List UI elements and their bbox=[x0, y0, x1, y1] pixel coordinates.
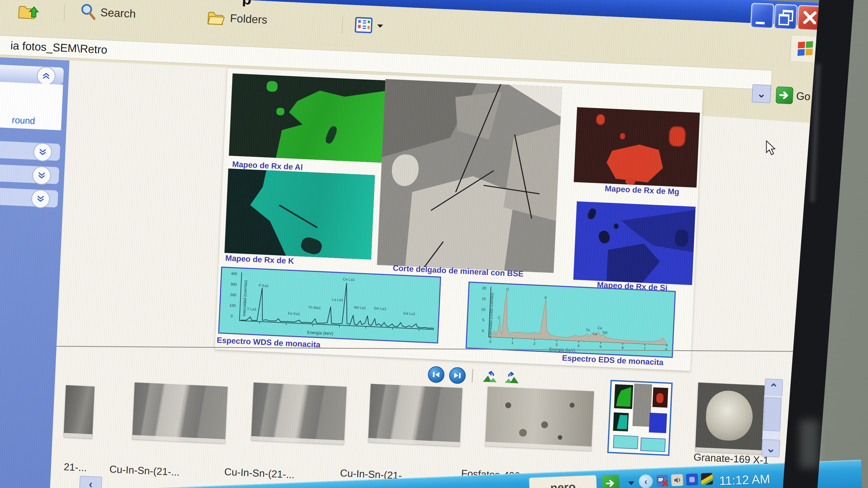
thumbnail-label[interactable]: 21-... bbox=[64, 461, 87, 474]
thumbnail-image[interactable] bbox=[368, 384, 462, 446]
chevron-down-icon bbox=[38, 149, 47, 156]
eds-peak-label: O bbox=[506, 287, 509, 291]
scroll-left-button[interactable]: ‹ bbox=[79, 476, 102, 488]
tray-icon-volume[interactable] bbox=[671, 474, 683, 486]
wds-peak-label: P Ka1 bbox=[258, 283, 269, 288]
eds-peak-label: La bbox=[593, 331, 597, 336]
eds-x-tick: 4 bbox=[577, 344, 580, 348]
bezel-reflection bbox=[800, 420, 818, 468]
wds-peak-label: La La1 bbox=[332, 297, 344, 302]
address-value: ia fotos_SEM\Retro bbox=[10, 39, 107, 56]
wds-peak-label: Ce La1 bbox=[343, 277, 355, 282]
wds-spectrum-plot bbox=[238, 270, 437, 334]
mg-xray-map bbox=[574, 107, 700, 188]
previous-icon bbox=[432, 371, 440, 378]
previous-image-button[interactable] bbox=[428, 366, 445, 383]
photo-scene: p Search bbox=[0, 0, 868, 488]
taskbar-app-button[interactable]: nero bbox=[529, 475, 597, 488]
thumbnail-image[interactable] bbox=[695, 383, 765, 455]
taskbar-green-app-icon[interactable] bbox=[602, 475, 620, 488]
thumbnail-image[interactable] bbox=[64, 385, 95, 438]
eds-y-tick: 10 bbox=[481, 307, 485, 312]
wds-y-tick: 100 bbox=[229, 303, 236, 308]
task-pane-body: round bbox=[0, 82, 63, 130]
thumbnail-image[interactable] bbox=[485, 387, 594, 451]
eds-x-tick: 6 bbox=[621, 346, 624, 350]
wds-y-tick: 200 bbox=[230, 293, 237, 297]
bse-image bbox=[377, 79, 562, 273]
eds-y-tick: 0 bbox=[482, 328, 484, 333]
up-folder-button[interactable] bbox=[17, 0, 40, 22]
thumbnail-image[interactable] bbox=[251, 383, 347, 445]
thumbnail-image-selected[interactable] bbox=[607, 380, 673, 456]
k-xray-map bbox=[224, 168, 375, 260]
restore-button[interactable] bbox=[774, 4, 798, 30]
rotate-clockwise-button[interactable] bbox=[504, 371, 520, 385]
thumbnail-label[interactable]: Cu-In-Sn-(21-... bbox=[109, 463, 180, 478]
controls-separator bbox=[472, 369, 473, 382]
si-xray-map bbox=[574, 201, 696, 285]
eds-peak-label: C bbox=[498, 315, 501, 320]
wds-y-tick: 300 bbox=[230, 282, 237, 287]
views-dropdown-icon bbox=[376, 23, 384, 29]
eds-y-tick: 20 bbox=[482, 286, 486, 291]
rotate-counterclockwise-icon bbox=[483, 370, 498, 384]
chevron-down-icon bbox=[36, 195, 45, 202]
search-icon bbox=[79, 3, 96, 21]
go-button[interactable] bbox=[776, 86, 794, 104]
folders-button[interactable]: Folders bbox=[207, 8, 268, 29]
taskbar-clock[interactable]: 11:12 AM bbox=[719, 471, 770, 488]
up-folder-icon bbox=[17, 0, 40, 22]
mouse-cursor bbox=[766, 140, 778, 157]
tray-icon-app[interactable] bbox=[686, 474, 698, 486]
views-button[interactable] bbox=[354, 17, 384, 34]
monitor-screen: p Search bbox=[0, 0, 836, 488]
eds-peak-label: Nd bbox=[602, 330, 608, 335]
wds-peak-label: Y La1 bbox=[247, 307, 257, 312]
minimize-button[interactable] bbox=[750, 3, 774, 29]
speaker-icon bbox=[673, 476, 681, 484]
wds-peak-label: Nd La1 bbox=[354, 305, 366, 310]
eds-y-tick: 5 bbox=[482, 318, 485, 322]
chevron-down-icon bbox=[37, 172, 46, 179]
scrollbar-thumb[interactable] bbox=[763, 397, 782, 431]
eds-x-tick: 5 bbox=[599, 345, 602, 349]
al-xray-map bbox=[229, 73, 389, 163]
tray-icon-network[interactable] bbox=[656, 475, 669, 487]
eds-peak-label: Ce bbox=[597, 326, 602, 330]
go-label: Go bbox=[796, 90, 811, 103]
eds-x-tick: 1 bbox=[511, 340, 514, 345]
red-x-icon bbox=[656, 475, 669, 487]
eds-x-tick: 8 bbox=[665, 348, 668, 352]
views-icon bbox=[354, 17, 373, 33]
tray-hide-icons-button[interactable]: ‹ bbox=[639, 474, 653, 488]
eds-spectrum-chart: Intensidad (x1000 cuentas) 20 15 10 5 0 bbox=[466, 282, 676, 358]
tray-icon-shield[interactable] bbox=[701, 473, 713, 485]
eds-spectrum-plot bbox=[488, 286, 671, 347]
folders-label: Folders bbox=[230, 12, 268, 26]
next-image-button[interactable] bbox=[449, 367, 466, 384]
rotate-counterclockwise-button[interactable] bbox=[483, 370, 498, 384]
folders-icon bbox=[207, 8, 226, 27]
wds-y-tick: 400 bbox=[231, 271, 237, 276]
taskbar-dropdown-icon[interactable] bbox=[628, 481, 634, 485]
chevron-up-icon bbox=[42, 72, 50, 79]
wds-y-tick: 0 bbox=[230, 314, 233, 318]
taskbar-app-label: nero bbox=[550, 480, 576, 488]
rotate-clockwise-icon bbox=[504, 371, 520, 385]
arrow-icon bbox=[606, 479, 616, 487]
address-dropdown-button[interactable]: ⌄ bbox=[752, 84, 771, 103]
next-icon bbox=[453, 372, 461, 379]
scroll-down-button[interactable]: ⌄ bbox=[762, 439, 780, 457]
wds-spectrum-chart: Intensidad (cuentas) 400 300 200 100 0 bbox=[218, 267, 441, 344]
eds-y-tick: 15 bbox=[482, 297, 486, 301]
thumbnail-label[interactable]: Cu-In-Sn-(21-... bbox=[224, 466, 295, 481]
search-button[interactable]: Search bbox=[79, 3, 136, 23]
thumbnail-image[interactable] bbox=[132, 383, 228, 444]
scroll-up-button[interactable]: ⌃ bbox=[764, 379, 783, 397]
task-link-fragment[interactable]: round bbox=[12, 115, 35, 126]
search-label: Search bbox=[100, 6, 136, 21]
wds-peak-label: Gd La1 bbox=[403, 311, 416, 316]
minimize-icon bbox=[755, 22, 765, 25]
eds-x-tick: 2 bbox=[533, 341, 535, 346]
